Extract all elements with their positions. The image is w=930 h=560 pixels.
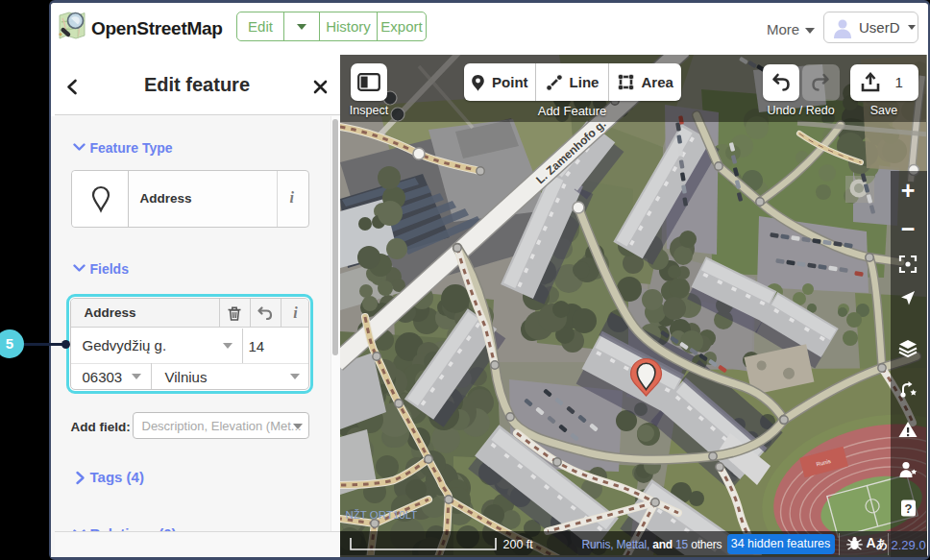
svg-text:?: ?: [904, 501, 912, 516]
